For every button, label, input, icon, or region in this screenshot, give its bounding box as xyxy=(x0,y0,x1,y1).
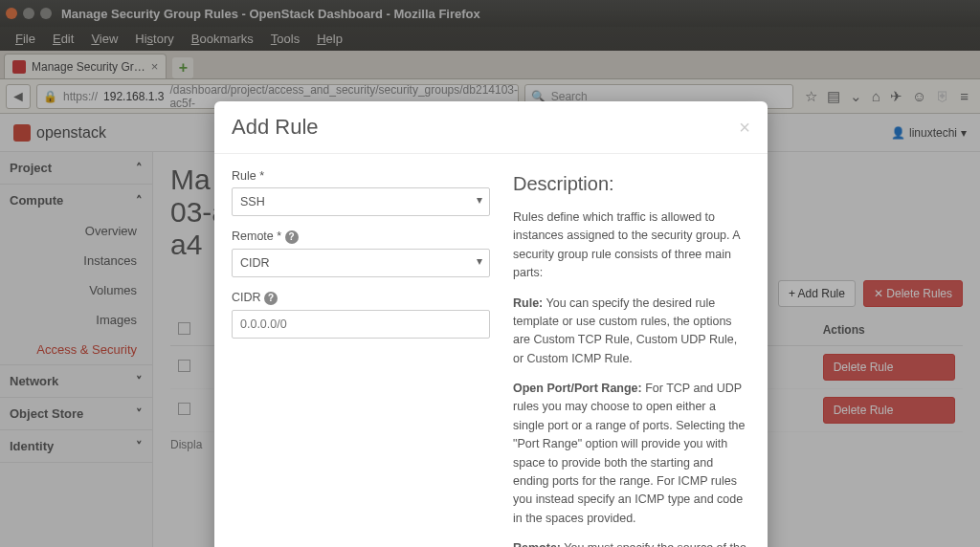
description-heading: Description: xyxy=(513,169,750,199)
description-rule: Rule: You can specify the desired rule t… xyxy=(513,295,750,369)
modal-close-button[interactable]: × xyxy=(739,117,750,139)
description-intro: Rules define which traffic is allowed to… xyxy=(513,208,750,283)
description-remote: Remote: You must specify the source of t… xyxy=(513,539,750,547)
modal-title: Add Rule xyxy=(232,115,319,140)
cidr-input[interactable] xyxy=(232,310,490,339)
help-icon[interactable]: ? xyxy=(264,292,278,305)
cidr-label: CIDR ? xyxy=(232,291,490,305)
description-port: Open Port/Port Range: For TCP and UDP ru… xyxy=(513,380,750,528)
help-icon[interactable]: ? xyxy=(285,230,299,244)
remote-select[interactable]: CIDR xyxy=(232,249,490,277)
rule-select[interactable]: SSH xyxy=(232,187,490,216)
add-rule-modal: Add Rule × Rule * SSH Remote * ? CIDR xyxy=(214,101,768,547)
rule-label: Rule * xyxy=(232,169,490,183)
remote-label: Remote * ? xyxy=(232,230,490,244)
